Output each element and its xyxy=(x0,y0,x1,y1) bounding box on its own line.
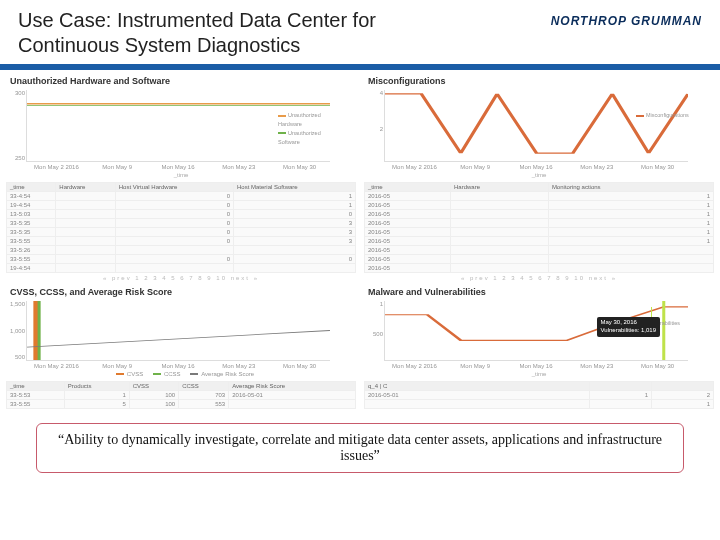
x-label: _time xyxy=(364,371,714,377)
panel-misconfig: Misconfigurations 42 Misconfigurations M… xyxy=(364,74,714,281)
table-unauthorized[interactable]: _timeHardwareHost Virtual HardwareHost M… xyxy=(6,182,356,273)
panel-title: CVSS, CCSS, and Average Risk Score xyxy=(6,285,356,299)
svg-line-4 xyxy=(27,331,330,348)
page-title: Use Case: Instrumented Data Center for C… xyxy=(18,8,438,58)
table-row: 2016-05 xyxy=(365,246,714,255)
table-row: 19-4:54 xyxy=(7,264,356,273)
chart-unauthorized[interactable]: 300250 Unauthorized Hardware Unauthorize… xyxy=(26,90,330,162)
x-axis: Mon May 2 2016Mon May 9Mon May 16Mon May… xyxy=(384,164,688,170)
table-row: 33-5:5500 xyxy=(7,255,356,264)
table-row: 33-5:3503 xyxy=(7,219,356,228)
panel-title: Unauthorized Hardware and Software xyxy=(6,74,356,88)
table-row: 1 xyxy=(365,400,714,409)
table-row: 2016-051 xyxy=(365,210,714,219)
table-row: 2016-051 xyxy=(365,192,714,201)
table-row: 33-5:555100553 xyxy=(7,400,356,409)
x-label: _time xyxy=(6,172,356,178)
table-vuln[interactable]: q_4 | C 2016-05-0112 1 xyxy=(364,381,714,409)
legend: Misconfigurations xyxy=(636,111,692,120)
x-axis: Mon May 2 2016Mon May 9Mon May 16Mon May… xyxy=(384,363,688,369)
chart-misconfig[interactable]: 42 Misconfigurations xyxy=(384,90,688,162)
legend: Unauthorized Hardware Unauthorized Softw… xyxy=(278,111,334,146)
x-axis: Mon May 2 2016Mon May 9Mon May 16Mon May… xyxy=(26,164,330,170)
table-row: 33-5:5311007032016-05-01 xyxy=(7,391,356,400)
y-axis: 1500 xyxy=(367,301,383,360)
quote-box: “Ability to dynamically investigate, cor… xyxy=(36,423,684,473)
panel-vuln: Malware and Vulnerabilities 1500 Vulnera… xyxy=(364,285,714,409)
chart-vuln[interactable]: 1500 Vulnerabilities May 30, 2016 Vulner… xyxy=(384,301,688,361)
dashboard: Unauthorized Hardware and Software 30025… xyxy=(0,74,720,409)
header-divider xyxy=(0,64,720,70)
panel-unauthorized: Unauthorized Hardware and Software 30025… xyxy=(6,74,356,281)
pager[interactable]: « prev 1 2 3 4 5 6 7 8 9 10 next » xyxy=(364,275,714,281)
panel-title: Malware and Vulnerabilities xyxy=(364,285,714,299)
table-row: 2016-051 xyxy=(365,228,714,237)
y-axis: 42 xyxy=(367,90,383,161)
table-row: 2016-05 xyxy=(365,264,714,273)
chart-riskscore[interactable]: 1,5001,000500 xyxy=(26,301,330,361)
y-axis: 1,5001,000500 xyxy=(9,301,25,360)
table-row: 19-4:5401 xyxy=(7,201,356,210)
pager[interactable]: « prev 1 2 3 4 5 6 7 8 9 10 next » xyxy=(6,275,356,281)
panel-riskscore: CVSS, CCSS, and Average Risk Score 1,500… xyxy=(6,285,356,409)
tooltip: May 30, 2016 Vulnerabilities: 1,019 xyxy=(597,317,660,337)
panel-title: Misconfigurations xyxy=(364,74,714,88)
logo-text: NORTHROP GRUMMAN xyxy=(551,14,702,28)
y-axis: 300250 xyxy=(9,90,25,161)
table-row: 33-5:3503 xyxy=(7,228,356,237)
legend: CVSS CCSS Average Risk Score xyxy=(6,371,356,377)
table-row: 2016-051 xyxy=(365,237,714,246)
table-row: 33-4:5401 xyxy=(7,192,356,201)
table-row: 13-5:0300 xyxy=(7,210,356,219)
x-label: _time xyxy=(364,172,714,178)
table-misconfig[interactable]: _timeHardwareMonitoring actions 2016-051… xyxy=(364,182,714,273)
table-row: 2016-051 xyxy=(365,201,714,210)
table-row: 2016-051 xyxy=(365,219,714,228)
chart-svg xyxy=(27,301,330,360)
x-axis: Mon May 2 2016Mon May 9Mon May 16Mon May… xyxy=(26,363,330,369)
table-row: 33-5:26 xyxy=(7,246,356,255)
chart-svg xyxy=(385,90,688,161)
table-row: 2016-05-0112 xyxy=(365,391,714,400)
table-row: 2016-05 xyxy=(365,255,714,264)
table-row: 33-5:5503 xyxy=(7,237,356,246)
header: Use Case: Instrumented Data Center for C… xyxy=(0,0,720,62)
table-riskscore[interactable]: _timeProductsCVSSCCSSAverage Risk Score … xyxy=(6,381,356,409)
